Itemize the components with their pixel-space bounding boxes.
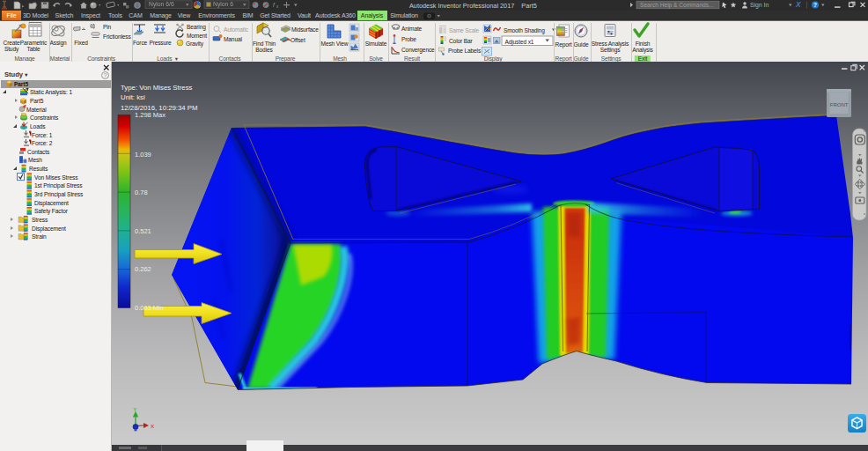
svg-text:x: x [276,4,279,9]
svg-text:0.78: 0.78 [135,189,148,196]
svg-text:1.298 Max: 1.298 Max [135,111,166,119]
svg-text:0.003 Min: 0.003 Min [135,304,164,312]
svg-text:X: X [795,0,802,9]
svg-text:Sign In: Sign In [750,2,769,9]
svg-text:f: f [273,2,276,8]
svg-text:Search Help & Commands...: Search Help & Commands... [640,2,714,9]
svg-text:?: ? [813,2,817,8]
svg-text:FRONT: FRONT [830,102,849,107]
svg-text:Nylon 6: Nylon 6 [213,1,233,8]
svg-text:1.039: 1.039 [135,151,151,159]
svg-text:Unit: ksi: Unit: ksi [121,93,145,101]
svg-text:Type: Von Mises Stress: Type: Von Mises Stress [121,84,193,92]
svg-text:0.262: 0.262 [135,265,151,273]
svg-text:0.521: 0.521 [135,227,151,235]
svg-text:Nylon 6/6: Nylon 6/6 [149,1,174,8]
